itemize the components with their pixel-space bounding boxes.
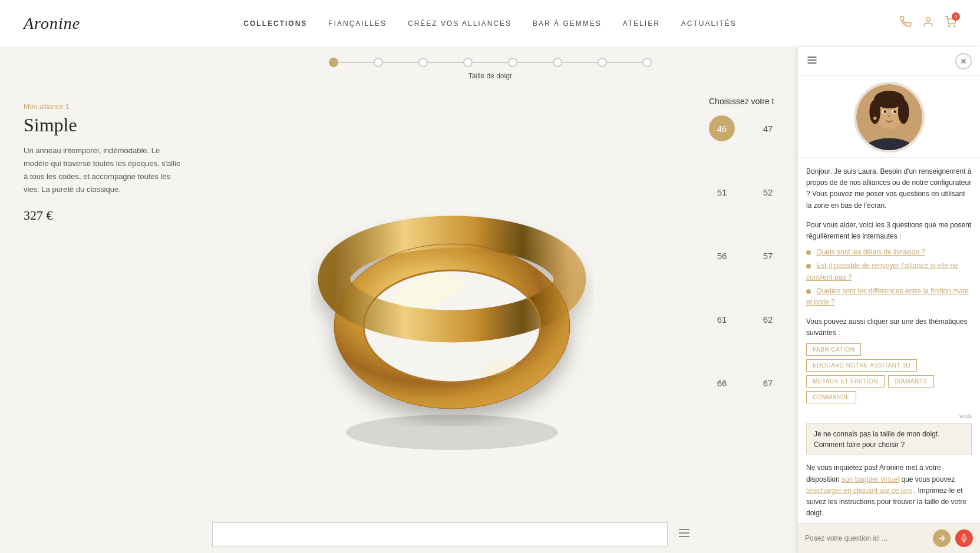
logo[interactable]: Aronine — [24, 14, 80, 33]
navigation: COLLECTIONS FIANÇAILLES CRÉEZ VOS ALLIAN… — [243, 19, 737, 28]
svg-point-24 — [869, 100, 880, 124]
progress-line-2 — [383, 62, 418, 63]
size-grid: 46 47 51 52 56 57 61 62 66 67 — [709, 115, 791, 428]
ring-area — [200, 85, 703, 553]
chat-bot-greeting: Bonjour. Je suis Laura. Besoin d'un rens… — [806, 166, 972, 211]
chat-bot-topics: Vous pouvez aussi cliquer sur une des th… — [806, 316, 972, 403]
size-68[interactable] — [709, 402, 735, 428]
progress-line-4 — [473, 62, 508, 63]
size-51[interactable]: 51 — [709, 179, 735, 205]
phone-icon[interactable] — [900, 16, 912, 31]
size-57[interactable]: 57 — [755, 243, 781, 269]
chat-avatar-area — [798, 76, 980, 158]
size-panel-title: Choisissez votre t — [709, 97, 791, 106]
chat-input[interactable] — [805, 534, 928, 542]
chat-faq-link-2[interactable]: Est-il possible de renvoyer l'alliance s… — [806, 261, 958, 281]
svg-point-30 — [873, 117, 876, 120]
size-58[interactable] — [709, 274, 735, 300]
nav-collections[interactable]: COLLECTIONS — [243, 19, 307, 28]
chat-messages[interactable]: Bonjour. Je suis Laura. Besoin d'un rens… — [798, 158, 980, 523]
progress-step-4[interactable] — [463, 58, 473, 67]
svg-point-28 — [883, 110, 886, 113]
size-61[interactable]: 61 — [709, 306, 735, 332]
progress-step-5[interactable] — [508, 58, 517, 67]
nav-actualites[interactable]: ACTUALITÉS — [681, 19, 737, 28]
chat-greeting-text: Bonjour. Je suis Laura. Besoin d'un rens… — [806, 166, 972, 211]
svg-point-1 — [949, 26, 950, 27]
progress-step-6[interactable] — [553, 58, 562, 67]
chat-helper-intro: Pour vous aider, voici les 3 questions q… — [806, 220, 972, 242]
size-63[interactable] — [709, 338, 735, 364]
size-52[interactable]: 52 — [755, 179, 781, 205]
chat-faq-item-2[interactable]: Est-il possible de renvoyer l'alliance s… — [806, 260, 972, 283]
nav-fiancailles[interactable]: FIANÇAILLES — [328, 19, 387, 28]
size-54[interactable] — [755, 211, 781, 237]
progress-line-3 — [428, 62, 463, 63]
progress-line-1 — [338, 62, 374, 63]
topic-fabrication[interactable]: FABRICATION — [806, 343, 861, 356]
main-layout: Mon alliance 1 Simple Un anneau intempor… — [0, 85, 797, 553]
progress-steps — [329, 58, 652, 67]
faq-dot-1 — [806, 250, 811, 255]
nav-gemmes[interactable]: BAR À GEMMES — [533, 19, 602, 28]
chat-mic-button[interactable] — [955, 529, 973, 547]
chat-close-button[interactable] — [955, 53, 972, 69]
chat-user-message: Je ne connais pas la taille de mon doigt… — [806, 423, 972, 455]
svg-point-0 — [926, 18, 930, 22]
size-46[interactable]: 46 — [709, 115, 735, 141]
topic-commande[interactable]: COMMANDE — [806, 391, 856, 403]
topic-edouard[interactable]: EDOUARD NOTRE ASSITANT 3D — [806, 359, 917, 372]
chat-topics-container: FABRICATION EDOUARD NOTRE ASSITANT 3D ME… — [806, 343, 972, 403]
size-53[interactable] — [709, 211, 735, 237]
ring-image — [311, 173, 593, 468]
topic-diamants[interactable]: DIAMANTS — [888, 375, 934, 388]
svg-point-2 — [954, 26, 955, 27]
progress-step-8[interactable] — [642, 58, 652, 67]
size-59[interactable] — [755, 274, 781, 300]
chat-bot-response: Ne vous inquiétez pas! Aronine met à vot… — [806, 462, 972, 519]
progress-label: Taille de doigt — [468, 72, 512, 80]
chat-response-link1[interactable]: son baguier virtuel — [842, 475, 899, 484]
chat-widget: Bonjour. Je suis Laura. Besoin d'un rens… — [797, 47, 980, 553]
chat-response-link2[interactable]: télécharger en cliquant sur ce lien — [806, 486, 912, 495]
topic-metaux[interactable]: METAUX ET FINITION — [806, 375, 885, 388]
nav-atelier[interactable]: ATELIER — [623, 19, 660, 28]
chat-send-button[interactable] — [933, 529, 951, 547]
user-icon[interactable] — [922, 16, 934, 31]
size-56[interactable]: 56 — [709, 243, 735, 269]
size-48[interactable] — [709, 147, 735, 173]
size-49[interactable] — [755, 147, 781, 173]
faq-dot-3 — [806, 289, 811, 294]
product-title: Simple — [24, 114, 183, 136]
product-description: Un anneau intemporel, indémodable. Le mo… — [24, 144, 183, 196]
cart-icon[interactable]: 0 — [945, 16, 956, 31]
chat-faq-item-3[interactable]: Quelles sont les différences entre la fi… — [806, 286, 972, 308]
size-66[interactable]: 66 — [709, 370, 735, 396]
chat-header — [798, 47, 980, 76]
list-icon-button[interactable] — [677, 526, 691, 544]
cart-badge: 0 — [952, 12, 960, 21]
chat-faq-link-1[interactable]: Quels sont les délais de livraison ? — [816, 248, 925, 256]
size-64[interactable] — [755, 338, 781, 364]
progress-step-2[interactable] — [374, 58, 383, 67]
chat-faq-link-3[interactable]: Quelles sont les différences entre la fi… — [806, 287, 969, 306]
chat-menu-icon[interactable] — [806, 54, 818, 69]
left-panel: Mon alliance 1 Simple Un anneau intempor… — [0, 85, 200, 553]
svg-point-8 — [346, 415, 558, 450]
chat-faq-item-1[interactable]: Quels sont les délais de livraison ? — [806, 247, 972, 258]
size-62[interactable]: 62 — [755, 306, 781, 332]
progress-step-1[interactable] — [329, 58, 338, 67]
chat-input-area — [798, 523, 980, 553]
add-to-cart-input[interactable] — [212, 522, 668, 547]
size-47[interactable]: 47 — [755, 115, 781, 141]
progress-line-6 — [562, 62, 598, 63]
chat-vous-label: vous — [806, 412, 972, 421]
bottom-bar — [200, 514, 703, 553]
progress-line-5 — [517, 62, 553, 63]
chat-avatar — [854, 82, 925, 153]
progress-step-7[interactable] — [598, 58, 607, 67]
nav-alliances[interactable]: CRÉEZ VOS ALLIANCES — [408, 19, 512, 28]
size-67[interactable]: 67 — [755, 370, 781, 396]
header-actions: 0 — [900, 16, 956, 31]
progress-step-3[interactable] — [418, 58, 428, 67]
